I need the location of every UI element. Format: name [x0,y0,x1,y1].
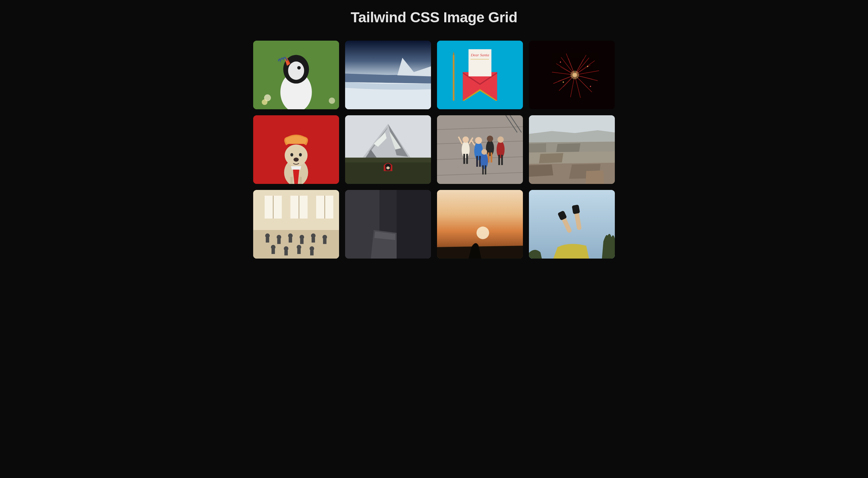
grid-image-bulldog[interactable] [253,115,339,184]
svg-rect-93 [277,239,281,244]
grid-image-friends[interactable] [437,115,523,184]
svg-point-3 [288,61,304,80]
svg-point-62 [463,136,469,143]
svg-rect-101 [323,239,327,244]
svg-rect-80 [485,165,487,174]
svg-point-73 [497,141,505,158]
grid-image-puffin[interactable] [253,41,339,109]
svg-point-74 [497,136,504,143]
santa-letter-text: Dear Santa [470,53,489,57]
svg-rect-112 [397,190,431,259]
svg-point-98 [311,233,315,238]
svg-rect-64 [466,154,468,164]
svg-point-39 [563,81,564,83]
grid-image-dark-room[interactable] [345,190,431,259]
svg-rect-109 [310,250,313,255]
grid-image-canyon[interactable] [529,115,615,184]
svg-rect-79 [482,165,484,174]
svg-point-7 [329,98,335,104]
svg-rect-105 [284,250,288,255]
svg-point-114 [476,227,489,239]
image-grid: Dear Santa [253,41,615,259]
page-container: Tailwind CSS Image Grid [241,9,627,259]
svg-point-4 [297,66,301,70]
svg-point-6 [262,99,268,105]
grid-image-fireworks[interactable] [529,41,615,109]
svg-rect-72 [491,152,493,163]
svg-rect-75 [498,155,500,165]
svg-point-66 [475,137,482,144]
svg-point-41 [560,61,561,63]
grid-image-dear-santa[interactable]: Dear Santa [437,41,523,109]
svg-rect-97 [300,239,304,244]
svg-rect-76 [501,155,503,165]
svg-rect-91 [266,238,269,243]
svg-point-96 [300,235,304,239]
grid-image-mountain-tent[interactable] [345,115,431,184]
svg-point-40 [590,86,591,87]
grid-image-classroom[interactable] [253,190,339,259]
svg-point-47 [293,158,299,162]
svg-rect-67 [476,156,478,167]
svg-point-46 [299,153,302,156]
svg-rect-63 [463,154,465,164]
svg-point-70 [487,135,493,142]
page-title: Tailwind CSS Image Grid [253,9,615,26]
svg-point-53 [386,166,390,169]
svg-rect-12 [453,55,455,101]
svg-point-38 [587,66,588,67]
svg-point-104 [284,246,288,251]
svg-rect-49 [300,177,302,184]
svg-point-69 [486,140,494,156]
grid-image-legs-sky[interactable] [529,190,615,259]
svg-point-102 [271,245,276,249]
svg-rect-8 [345,41,431,75]
svg-rect-48 [290,177,293,184]
svg-point-94 [288,233,293,238]
svg-point-44 [285,144,308,166]
svg-rect-99 [312,238,315,243]
svg-rect-103 [272,249,275,254]
grid-image-sunset[interactable] [437,190,523,259]
svg-point-106 [297,245,301,249]
svg-point-37 [572,73,577,77]
svg-point-100 [322,235,327,239]
svg-point-92 [277,235,281,239]
svg-point-108 [310,246,314,251]
svg-point-45 [290,153,293,156]
svg-rect-107 [297,249,301,254]
svg-point-78 [481,149,487,155]
grid-image-snowy-lake[interactable] [345,41,431,109]
svg-point-77 [480,153,488,169]
svg-point-61 [462,141,470,158]
svg-rect-95 [289,238,292,243]
svg-point-90 [265,233,270,238]
